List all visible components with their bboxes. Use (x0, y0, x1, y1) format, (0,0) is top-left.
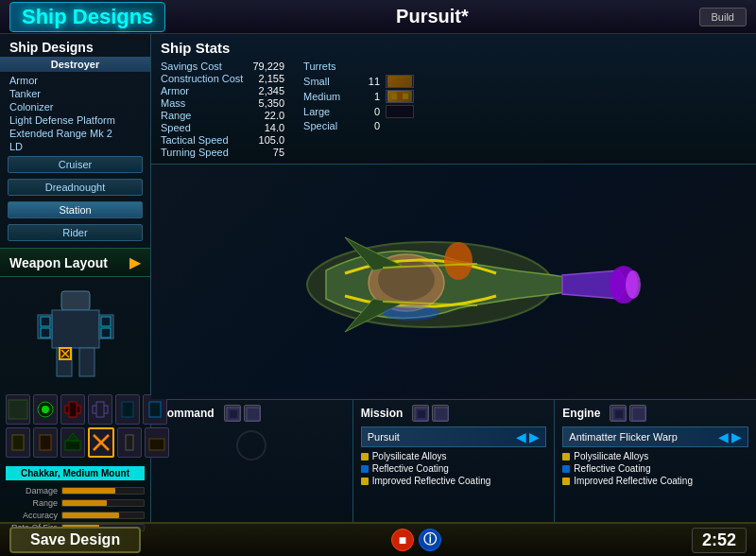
save-design-button[interactable]: Save Design (9, 527, 141, 553)
tech-item: Reflective Coating (361, 463, 547, 474)
engine-slot-icon-2[interactable] (629, 405, 646, 422)
weapon-slot[interactable] (115, 394, 140, 425)
turret-bar-large (386, 105, 414, 118)
command-empty (159, 426, 345, 464)
ship-image-svg (250, 190, 657, 374)
svg-rect-6 (41, 317, 50, 326)
list-item[interactable]: Light Defense Platform (5, 113, 146, 127)
tech-item: Improved Reflective Coating (562, 476, 748, 486)
tech-dot-icon (361, 478, 369, 485)
info-icon[interactable]: ⓘ (419, 529, 441, 551)
stat-name-armor: Armor (161, 85, 243, 96)
stat-bar-range-fill (62, 500, 107, 506)
stat-label-range: Range (6, 498, 58, 508)
weapon-layout-arrow-icon[interactable]: ▶ (129, 253, 141, 271)
list-item[interactable]: LD (5, 140, 146, 153)
turret-bar-medium (386, 90, 414, 103)
weapon-slot[interactable] (117, 427, 142, 458)
right-main: Ship Stats Savings Cost 79,229 Construct… (151, 34, 756, 522)
engine-prev-icon[interactable]: ◀ (718, 429, 729, 444)
svg-rect-48 (632, 408, 645, 421)
stat-bar-range-bg (61, 499, 145, 507)
svg-rect-44 (418, 410, 425, 418)
weapon-slots-area (0, 391, 150, 464)
stat-bar-accuracy-bg (61, 512, 145, 519)
center-area (151, 165, 756, 399)
svg-rect-0 (61, 291, 90, 310)
stat-bar-accuracy-fill (62, 513, 119, 518)
list-item[interactable]: Colonizer (5, 100, 146, 113)
ship-display (151, 165, 756, 399)
weapon-layout-header: Weapon Layout ▶ (0, 248, 150, 277)
weapon-slot[interactable] (6, 394, 30, 425)
svg-rect-22 (12, 435, 24, 450)
stat-val-speed: 14.0 (252, 122, 284, 133)
stat-name-turning: Turning Speed (161, 147, 243, 158)
turret-row-special: Special 0 (303, 120, 414, 131)
weapon-slot-selected[interactable] (88, 427, 114, 458)
turret-label-small: Small (303, 76, 355, 87)
mission-nav-icons: ◀ ▶ (516, 429, 540, 444)
svg-rect-3 (79, 348, 94, 376)
engine-next-icon[interactable]: ▶ (731, 429, 742, 444)
stat-name-construction: Construction Cost (161, 73, 243, 84)
mission-slot-icon-2[interactable] (432, 405, 449, 422)
stat-val-armor: 2,345 (252, 85, 284, 96)
mission-tech-list: Polysilicate Alloys Reflective Coating I… (361, 451, 547, 486)
svg-point-42 (237, 431, 266, 460)
engine-panel-title: Engine (562, 405, 748, 422)
cruiser-button[interactable]: Cruiser (8, 156, 143, 173)
ship-name: Pursuit* (165, 6, 698, 27)
command-slot-icon-2[interactable] (244, 405, 261, 422)
command-panel-icons (224, 405, 261, 422)
build-button[interactable]: Build (699, 8, 747, 26)
stats-grid: Savings Cost 79,229 Construction Cost 2,… (161, 61, 284, 158)
turret-val-special: 0 (361, 120, 380, 131)
command-panel-title: Command (159, 405, 345, 422)
rider-button[interactable]: Rider (8, 224, 143, 241)
command-panel: Command (151, 400, 353, 522)
turret-val-medium: 1 (361, 91, 380, 102)
svg-rect-19 (96, 402, 104, 417)
weapon-row-1 (6, 394, 145, 425)
list-item[interactable]: Tanker (5, 87, 146, 100)
weapon-slot[interactable] (33, 427, 58, 458)
dreadnought-button[interactable]: Dreadnought (8, 179, 143, 196)
weapon-layout-title: Weapon Layout (9, 255, 108, 270)
mission-slot-icon-1[interactable] (412, 405, 429, 422)
svg-rect-23 (40, 435, 51, 450)
list-item[interactable]: Extended Range Mk 2 (5, 127, 146, 140)
stat-name-mass: Mass (161, 97, 243, 109)
tech-label: Reflective Coating (372, 463, 449, 474)
weapon-slot[interactable] (88, 394, 112, 425)
stat-val-range: 22.0 (252, 110, 284, 121)
turret-row-medium: Medium 1 (303, 90, 414, 103)
bottom-bar: Save Design ■ ⓘ 2:52 (0, 522, 756, 556)
engine-module-name: Antimatter Flicker Warp ◀ ▶ (562, 426, 748, 447)
mission-prev-icon[interactable]: ◀ (516, 429, 526, 444)
weapon-slot[interactable] (60, 427, 85, 458)
svg-rect-40 (230, 410, 237, 418)
left-sidebar: Ship Designs Destroyer Armor Tanker Colo… (0, 34, 151, 522)
engine-panel-icons (610, 405, 646, 422)
chakkar-label: Chakkar, Medium Mount (6, 466, 145, 480)
stop-icon[interactable]: ■ (391, 529, 414, 551)
stat-name-speed: Speed (161, 122, 243, 133)
bottom-panels: Command Mission (151, 399, 756, 522)
engine-nav-icons: ◀ ▶ (718, 429, 742, 444)
mission-next-icon[interactable]: ▶ (529, 429, 540, 444)
list-item[interactable]: Armor (5, 74, 146, 87)
mission-module-label: Pursuit (368, 431, 400, 443)
command-slot-icon-1[interactable] (224, 405, 241, 422)
station-button[interactable]: Station (8, 201, 143, 218)
stat-bar-damage-fill (62, 488, 115, 494)
weapon-slot[interactable] (60, 394, 85, 425)
mission-panel: Mission Pursuit ◀ ▶ (353, 400, 556, 522)
tech-dot-icon (562, 453, 570, 460)
app-title: Ship Designs (9, 2, 165, 32)
weapon-slot[interactable] (6, 427, 30, 458)
stat-val-mass: 5,350 (252, 97, 284, 109)
sidebar-title: Ship Designs (0, 34, 150, 57)
engine-slot-icon-1[interactable] (610, 405, 627, 422)
weapon-slot[interactable] (33, 394, 58, 425)
